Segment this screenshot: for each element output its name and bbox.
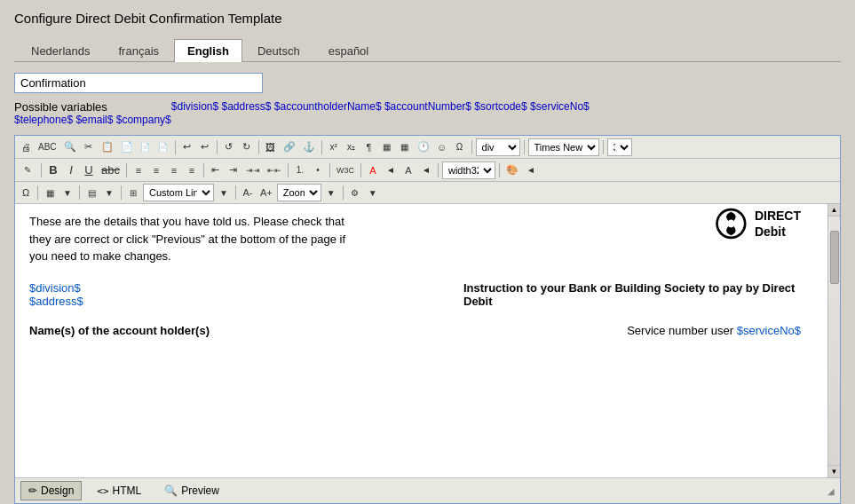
dd-logo-icon (714, 204, 753, 243)
font-select[interactable]: Times New ... (528, 138, 599, 156)
tab-nederlands[interactable]: Nederlands (18, 39, 104, 62)
bottom-bar: ✏ Design <> HTML 🔍 Preview ◢ (15, 477, 840, 503)
tb-x2-btn[interactable]: x² (326, 138, 342, 156)
tb-indent-btn[interactable]: ⇥ (226, 161, 241, 179)
confirmation-input[interactable] (14, 73, 263, 93)
tb-undo-btn[interactable]: ↩ (179, 138, 195, 156)
tb-para-btn[interactable]: ¶ (361, 138, 377, 156)
tb-grid3-btn[interactable]: ⊞ (125, 184, 141, 201)
tb-grid2-btn[interactable]: ▤ (83, 184, 99, 201)
tb-paste-btn[interactable]: 📄 (118, 138, 136, 156)
tb-sep12 (329, 163, 330, 177)
tb-bold-btn[interactable]: B (45, 161, 61, 179)
editor-name-label: Name(s) of the account holder(s) (29, 324, 210, 337)
tb-paste3-btn[interactable]: 📄 (155, 138, 171, 156)
tb-code-btn[interactable]: ⚙ (347, 184, 363, 201)
editor-div-var: $division$ (29, 281, 83, 295)
tb-zoom-arrow[interactable]: ▼ (323, 184, 339, 201)
size-select[interactable]: 3 (607, 138, 632, 156)
tab-deutsch[interactable]: Deutsch (244, 39, 313, 62)
tb-sep16 (37, 185, 38, 200)
tb-sep4 (321, 140, 322, 154)
tb-table-btn[interactable]: ▦ (379, 138, 395, 156)
tb-color4-btn[interactable]: ◄ (523, 161, 539, 179)
tb-special-btn[interactable]: Ω (452, 138, 468, 156)
tab-espanol[interactable]: español (315, 39, 383, 62)
tb-fontcolor-btn[interactable]: A (365, 161, 381, 179)
tb-sep17 (79, 185, 80, 200)
tb-find-btn[interactable]: 🔍 (61, 138, 79, 156)
tb-clock-btn[interactable]: 🕐 (415, 138, 432, 156)
preview-btn[interactable]: 🔍 Preview (156, 481, 227, 500)
tb-align-left-btn[interactable]: ≡ (131, 161, 146, 179)
tb-print-btn[interactable]: 🖨 (18, 138, 34, 156)
tb-image-btn[interactable]: 🖼 (263, 138, 279, 156)
format-select[interactable]: div (476, 138, 520, 156)
tb-anchor-btn[interactable]: ⚓ (300, 138, 318, 156)
tb-x2b-btn[interactable]: x₂ (344, 138, 360, 156)
scrollbar-up-btn[interactable]: ▲ (828, 204, 841, 217)
tb-sep9 (126, 163, 127, 177)
tb-outdent-btn[interactable]: ⇤ (208, 161, 224, 179)
variables-values: $division$ $address$ $accountholderName$… (171, 100, 841, 113)
tb-grid1-arrow[interactable]: ▼ (59, 184, 75, 201)
tb-underline-btn[interactable]: U (81, 161, 97, 179)
tb-arrow1-btn[interactable]: ◄ (383, 161, 399, 179)
tb-align-right-btn[interactable]: ≡ (166, 161, 182, 179)
tb-sep8 (41, 163, 42, 177)
tb-omega-btn[interactable]: Ω (18, 184, 34, 201)
direct-debit-logo: DIRECTDebit (714, 204, 801, 246)
tb-source-btn[interactable]: ✎ (18, 161, 37, 179)
page-title: Configure Direct Debit Confirmation Temp… (14, 11, 841, 26)
tab-francais[interactable]: français (106, 39, 173, 62)
tb-cut-btn[interactable]: ✂ (81, 138, 97, 156)
tb-code-arrow[interactable]: ▼ (365, 184, 381, 201)
tb-italic-btn[interactable]: I (63, 161, 79, 179)
design-btn[interactable]: ✏ Design (20, 481, 82, 500)
width-select[interactable]: width32 (442, 161, 495, 179)
tb-bgcolor-btn[interactable]: A (400, 161, 416, 179)
variables-label-group: Possible variables $telephone$ $email$ $… (14, 100, 171, 126)
editor-content[interactable]: These are the details that you have told… (15, 204, 827, 477)
tb-w3c-btn[interactable]: W3C (334, 161, 357, 179)
tb-align-center-btn[interactable]: ≡ (148, 161, 164, 179)
tb-arrow2-btn[interactable]: ◄ (418, 161, 434, 179)
editor-two-col: $division$ $address$ Instruction to your… (29, 281, 801, 308)
tb-undo2-btn[interactable]: ↩ (197, 138, 213, 156)
tb-color3-btn[interactable]: 🎨 (503, 161, 521, 179)
tb-grid1-btn[interactable]: ▦ (42, 184, 58, 201)
tb-link-btn[interactable]: 🔗 (281, 138, 298, 156)
tb-indent2-btn[interactable]: ⇥⇥ (243, 161, 263, 179)
html-btn[interactable]: <> HTML (89, 481, 149, 500)
tb-smiley-btn[interactable]: ☺ (434, 138, 450, 156)
tab-english[interactable]: English (174, 39, 242, 62)
tb-undo3-btn[interactable]: ↺ (221, 138, 237, 156)
tb-indent3-btn[interactable]: ⇤⇤ (265, 161, 284, 179)
tb-size-plus-btn[interactable]: A+ (257, 184, 275, 201)
resize-handle[interactable]: ◢ (827, 486, 835, 496)
html-label: HTML (113, 484, 142, 497)
tb-size-minus-btn[interactable]: A- (240, 184, 256, 201)
editor-top-row: These are the details that you have told… (29, 213, 801, 265)
tb-sep10 (203, 163, 204, 177)
tb-redo-btn[interactable]: ↻ (239, 138, 255, 156)
editor-service-var: $serviceNo$ (737, 324, 801, 337)
tb-align-justify-btn[interactable]: ≡ (184, 161, 200, 179)
tb-ol-btn[interactable]: 1. (292, 161, 308, 179)
tb-sep19 (235, 185, 236, 200)
tb-sep13 (360, 163, 361, 177)
scrollbar-thumb[interactable] (830, 231, 839, 284)
zoom-select[interactable]: Zoom (277, 184, 321, 201)
tb-ul-btn[interactable]: • (310, 161, 326, 179)
custom-links-select[interactable]: Custom Links (143, 184, 214, 201)
tb-spellcheck-btn[interactable]: ABC (36, 138, 59, 156)
tb-strike-btn[interactable]: abc (99, 161, 123, 179)
html-icon: <> (97, 485, 108, 497)
tb-grid2-arrow[interactable]: ▼ (101, 184, 117, 201)
tb-paste2-btn[interactable]: 📄 (138, 138, 154, 156)
scrollbar[interactable]: ▲ ▼ (827, 204, 840, 477)
tb-arrow3-btn[interactable]: ▼ (216, 184, 232, 201)
scrollbar-down-btn[interactable]: ▼ (828, 465, 841, 477)
tb-copy-btn[interactable]: 📋 (99, 138, 116, 156)
tb-table2-btn[interactable]: ▦ (397, 138, 413, 156)
